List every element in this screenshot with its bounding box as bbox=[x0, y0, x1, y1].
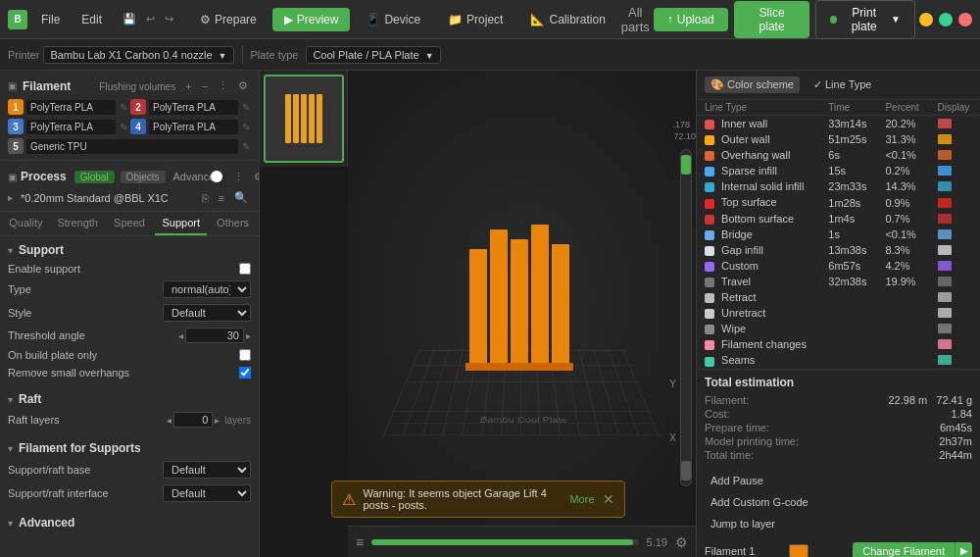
enable-support-checkbox[interactable] bbox=[239, 263, 251, 275]
stat-time: 6m57s bbox=[820, 258, 877, 274]
warning-close-button[interactable]: ✕ bbox=[603, 491, 614, 507]
change-filament-button[interactable]: Change Filament bbox=[853, 542, 955, 558]
filament-name[interactable]: Generic TPU bbox=[26, 139, 238, 154]
profile-copy-button[interactable]: ⎘ bbox=[199, 191, 212, 205]
add-filament-button[interactable]: + bbox=[182, 79, 194, 93]
raft-layers-input[interactable] bbox=[173, 412, 213, 428]
threshold-angle-label: Threshold angle bbox=[8, 329, 135, 341]
raft-group-title[interactable]: ▾ Raft bbox=[0, 389, 259, 409]
upload-button[interactable]: ↑ Upload bbox=[654, 8, 728, 31]
filament-edit-button[interactable]: ✎ bbox=[119, 121, 128, 133]
layer-slider[interactable] bbox=[680, 149, 692, 486]
prepare-nav[interactable]: ⚙ Prepare bbox=[188, 8, 269, 31]
layer-slider-thumb-bottom[interactable] bbox=[681, 461, 691, 481]
filament-name[interactable]: PolyTerra PLA bbox=[26, 100, 116, 115]
filament-support-title[interactable]: ▾ Filament for Supports bbox=[0, 438, 259, 458]
device-nav[interactable]: 📱 Device bbox=[354, 8, 432, 31]
layer-slider-thumb[interactable] bbox=[681, 155, 691, 175]
plate-type-button[interactable]: Cool Plate / PLA Plate ▼ bbox=[306, 46, 440, 64]
stat-line-type: Seams bbox=[697, 352, 820, 368]
remove-overhangs-checkbox[interactable] bbox=[239, 367, 251, 379]
tab-support[interactable]: Support bbox=[155, 212, 207, 235]
tab-quality[interactable]: Quality bbox=[0, 212, 52, 235]
support-group-title[interactable]: ▾ Support bbox=[0, 240, 259, 260]
redo-button[interactable]: ↪ bbox=[162, 12, 176, 26]
stat-time: 1m28s bbox=[820, 194, 877, 210]
tab-speed[interactable]: Speed bbox=[104, 212, 156, 235]
project-nav[interactable]: 📁 Project bbox=[436, 8, 514, 31]
stat-time: 1m4s bbox=[820, 211, 877, 227]
profile-row: ▸ *0.20mm Standard @BBL X1C ⎘ ≡ 🔍 bbox=[0, 188, 259, 207]
support-style-select[interactable]: Default bbox=[163, 304, 251, 322]
printer-name-button[interactable]: Bambu Lab X1 Carbon 0.4 nozzle ▼ bbox=[43, 46, 233, 64]
add-gcode-button[interactable]: Add Custom G-code bbox=[705, 493, 972, 511]
display-swatch bbox=[938, 355, 952, 365]
stat-display bbox=[930, 336, 980, 352]
edit-menu[interactable]: Edit bbox=[74, 9, 110, 30]
thumbnail-item[interactable] bbox=[264, 75, 344, 163]
stat-display bbox=[930, 163, 980, 178]
filament-name[interactable]: PolyTerra PLA bbox=[149, 100, 238, 115]
filament-edit-button[interactable]: ✎ bbox=[241, 101, 251, 114]
slice-button[interactable]: Slice plate bbox=[734, 1, 810, 38]
support-interface-select[interactable]: Default bbox=[163, 484, 251, 502]
minimize-button[interactable] bbox=[919, 13, 933, 26]
display-swatch bbox=[938, 134, 952, 144]
support-base-row: Support/raft base Default bbox=[0, 458, 259, 481]
tab-strength[interactable]: Strength bbox=[52, 212, 104, 235]
raft-decrement-icon[interactable]: ◂ bbox=[167, 415, 172, 426]
close-button[interactable] bbox=[958, 13, 972, 26]
profile-search-button[interactable]: 🔍 bbox=[231, 190, 251, 205]
filament-name[interactable]: PolyTerra PLA bbox=[149, 120, 238, 134]
process-settings-button[interactable]: ⚙ bbox=[251, 170, 260, 184]
flushing-volumes-button[interactable]: Flushing volumes bbox=[96, 79, 178, 93]
undo-button[interactable]: ↩ bbox=[143, 12, 158, 26]
obj-bar-1 bbox=[469, 249, 487, 367]
remove-filament-button[interactable]: − bbox=[199, 79, 211, 93]
support-base-label: Support/raft base bbox=[8, 464, 135, 476]
filament-menu-button[interactable]: ⋮ bbox=[215, 78, 231, 93]
3d-viewport[interactable]: Bambu Cool Plate X Y .178 72.10 bbox=[348, 71, 696, 526]
support-type-select[interactable]: normal(auto) bbox=[163, 280, 251, 298]
print-button[interactable]: Print plate ▼ bbox=[815, 0, 915, 39]
app-title: All parts bbox=[621, 5, 650, 34]
filament-section-header[interactable]: ▣ Filament Flushing volumes + − ⋮ ⚙ bbox=[0, 75, 259, 97]
support-base-select[interactable]: Default bbox=[163, 461, 251, 479]
filament-edit-button[interactable]: ✎ bbox=[241, 140, 251, 153]
preview-nav[interactable]: ▶ Preview bbox=[272, 8, 351, 31]
maximize-button[interactable] bbox=[939, 13, 953, 26]
jump-layer-button[interactable]: Jump to layer bbox=[705, 515, 972, 532]
calibration-nav[interactable]: 📐 Calibration bbox=[518, 8, 616, 31]
add-pause-button[interactable]: Add Pause bbox=[705, 472, 972, 489]
display-swatch bbox=[938, 245, 952, 255]
stat-line-type: Sparse infill bbox=[697, 163, 820, 178]
file-menu[interactable]: File bbox=[33, 9, 68, 30]
filament-edit-button[interactable]: ✎ bbox=[119, 101, 128, 114]
color-scheme-button[interactable]: 🎨 Color scheme bbox=[705, 76, 800, 93]
tab-others[interactable]: Others bbox=[207, 212, 259, 235]
filament-edit-button[interactable]: ✎ bbox=[241, 121, 251, 133]
stat-line-type: Internal solid infill bbox=[697, 178, 820, 194]
threshold-angle-input[interactable] bbox=[185, 328, 244, 343]
stats-table: Line Type Time Percent Display Inner wal… bbox=[697, 100, 980, 369]
threshold-increment-icon[interactable]: ▸ bbox=[246, 330, 251, 341]
layers-icon[interactable]: ≡ bbox=[356, 534, 364, 550]
filament-name[interactable]: PolyTerra PLA bbox=[26, 120, 116, 134]
warning-more-link[interactable]: More bbox=[569, 493, 594, 505]
warning-bar: ⚠ Warning: It seems object Garage Lift 4… bbox=[331, 481, 625, 518]
change-filament-arrow-button[interactable]: ▶ bbox=[955, 542, 972, 558]
raft-increment-icon[interactable]: ▸ bbox=[215, 415, 220, 426]
save-button[interactable]: 💾 bbox=[120, 12, 139, 26]
filament-change-list: Filament 1 Change Filament ▶ Filament 2 … bbox=[705, 540, 972, 558]
advanced-group-title[interactable]: ▾ Advanced bbox=[0, 513, 259, 532]
build-plate-checkbox[interactable] bbox=[239, 349, 251, 361]
profile-compare-button[interactable]: ≡ bbox=[216, 191, 227, 205]
stat-percent: <0.1% bbox=[877, 147, 929, 163]
cost-label: Cost: bbox=[705, 408, 730, 420]
settings-icon[interactable]: ⚙ bbox=[675, 534, 688, 550]
line-type-button[interactable]: ✓ Line Type bbox=[808, 76, 878, 93]
line-type-color bbox=[705, 199, 714, 209]
filament-settings-button[interactable]: ⚙ bbox=[235, 78, 251, 93]
process-menu-button[interactable]: ⋮ bbox=[230, 170, 247, 184]
threshold-decrement-icon[interactable]: ◂ bbox=[178, 330, 183, 341]
